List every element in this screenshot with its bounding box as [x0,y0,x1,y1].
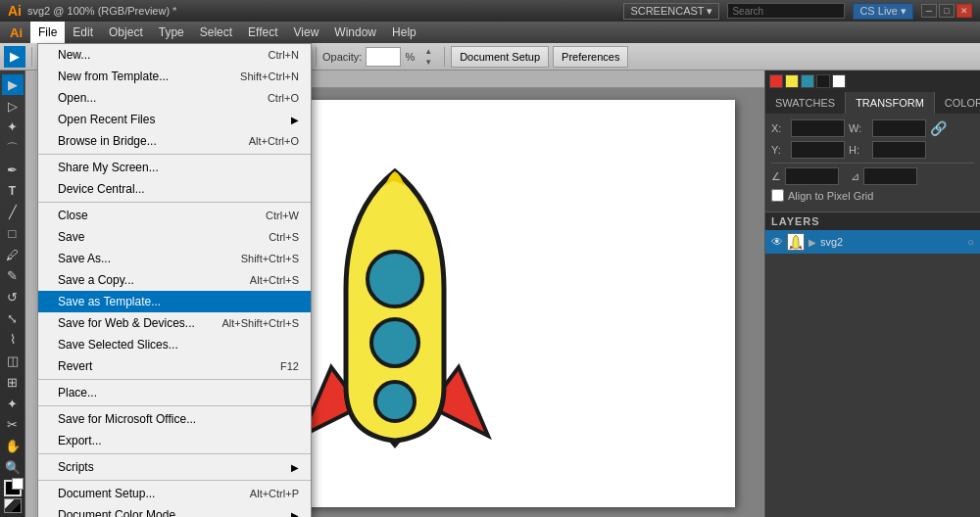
menu-file[interactable]: File [30,22,65,43]
tool-type[interactable]: T [2,181,24,202]
menu-item-save[interactable]: SaveCtrl+S [38,226,311,248]
tool-hand[interactable]: ✋ [2,436,24,456]
opacity-percent: % [405,51,415,63]
menu-select[interactable]: Select [192,22,240,43]
tool-pen[interactable]: ✒ [2,160,24,180]
menu-item-export---[interactable]: Export... [38,430,311,451]
menu-object[interactable]: Object [101,22,151,43]
tool-lasso[interactable]: ⌒ [2,138,24,159]
right-panel: SWATCHES TRANSFORM COLOR X: 0 pt W: 0 pt… [764,70,980,517]
stroke-color[interactable] [4,480,22,496]
menu-edit[interactable]: Edit [65,22,101,43]
angle-icon: ∠ [771,170,781,183]
menu-ai[interactable]: Ai [2,22,30,43]
layer-item[interactable]: 👁 ▶ svg2 ○ [765,230,980,254]
swatch-black[interactable] [816,74,830,88]
menu-item-save-as---[interactable]: Save As...Shift+Ctrl+S [38,248,311,269]
tool-rect[interactable]: □ [2,223,24,244]
menu-separator-17 [38,379,311,380]
tool-line[interactable]: ╱ [2,202,24,222]
chain-icon[interactable]: 🔗 [930,120,947,136]
menu-type[interactable]: Type [151,22,192,43]
menu-item-label: Save for Web & Devices... [58,316,195,330]
layer-expand-icon[interactable]: ▶ [808,237,816,248]
close-button[interactable]: ✕ [956,4,972,18]
menu-item-label: Open Recent Files [58,113,155,126]
h-input[interactable]: 0 pt [872,141,926,159]
minimize-button[interactable]: ─ [921,4,937,18]
tool-scissors[interactable]: ✂ [2,415,24,436]
tool-mesh[interactable]: ⊞ [2,372,24,393]
layer-visibility-icon[interactable]: 👁 [771,235,783,249]
search-input[interactable] [727,3,845,19]
tool-rotate[interactable]: ↺ [2,287,24,307]
maximize-button[interactable]: □ [939,4,955,18]
toolbox: ▶ ▷ ✦ ⌒ ✒ T ╱ □ 🖊 ✎ ↺ ⤡ ⌇ ◫ ⊞ ✦ ✂ ✋ 🔍 [0,70,25,517]
document-setup-button[interactable]: Document Setup [451,46,549,68]
menu-item-new---[interactable]: New...Ctrl+N [38,44,311,66]
menu-shortcut: Ctrl+N [269,49,299,61]
x-input[interactable]: 0 pt [791,119,845,137]
tool-zoom[interactable]: 🔍 [2,457,24,478]
w-input[interactable]: 0 pt [872,119,926,137]
menu-item-open---[interactable]: Open...Ctrl+O [38,87,311,109]
menu-item-close[interactable]: CloseCtrl+W [38,205,311,226]
menu-item-label: New... [58,48,90,62]
menu-help[interactable]: Help [384,22,424,43]
menu-item-device-central---[interactable]: Device Central... [38,178,311,200]
menu-item-save-selected-slices---[interactable]: Save Selected Slices... [38,334,311,355]
tool-direct-selection[interactable]: ▷ [2,96,24,117]
tool-eyedropper[interactable]: ✦ [2,394,24,414]
angle-input[interactable]: 99° [785,167,839,185]
tab-color[interactable]: COLOR [935,92,980,114]
tab-swatches[interactable]: SWATCHES [765,92,846,114]
menu-separator-22 [38,453,311,454]
align-checkbox-input[interactable] [771,189,784,202]
swatch-white[interactable] [832,74,846,88]
preferences-button[interactable]: Preferences [553,46,628,68]
menu-item-browse-in-bridge---[interactable]: Browse in Bridge...Alt+Ctrl+O [38,130,311,152]
layer-options-icon[interactable]: ○ [967,236,974,248]
default-colors[interactable] [4,498,22,513]
tool-pencil[interactable]: ✎ [2,265,24,286]
menu-item-save-a-copy---[interactable]: Save a Copy...Alt+Ctrl+S [38,269,311,291]
swatch-red[interactable] [769,74,783,88]
shear-input[interactable]: 99° [863,167,917,185]
y-input[interactable]: 0 pt [791,141,845,159]
tool-brush[interactable]: 🖊 [2,245,24,265]
cslive-button[interactable]: CS Live ▾ [853,3,913,20]
menu-item-label: Close [58,209,88,222]
menu-window[interactable]: Window [326,22,384,43]
screencast-button[interactable]: SCREENCAST ▾ [623,3,719,20]
tool-warp[interactable]: ⌇ [2,330,24,351]
opacity-input[interactable]: 100 [366,47,401,67]
menu-shortcut: Alt+Shift+Ctrl+S [221,317,299,329]
shear-icon: ⊿ [851,170,859,183]
swatch-blue[interactable] [801,74,814,88]
submenu-arrow-icon: ▶ [291,462,299,473]
menu-item-save-for-web---devices---[interactable]: Save for Web & Devices...Alt+Shift+Ctrl+… [38,312,311,334]
menu-item-save-as-template---[interactable]: Save as Template... [38,291,311,312]
menu-item-document-color-mode[interactable]: Document Color Mode▶ [38,504,311,517]
menu-item-share-my-screen---[interactable]: Share My Screen... [38,157,311,178]
menu-item-new-from-template---[interactable]: New from Template...Shift+Ctrl+N [38,66,311,87]
align-pixel-grid: Align to Pixel Grid [771,189,974,202]
tool-gradient[interactable]: ◫ [2,351,24,371]
menu-item-document-setup---[interactable]: Document Setup...Alt+Ctrl+P [38,483,311,504]
menu-view[interactable]: View [286,22,327,43]
tool-selection[interactable]: ▶ [2,74,24,95]
menu-shortcut: F12 [280,360,299,372]
tool-magic-wand[interactable]: ✦ [2,117,24,137]
menu-effect[interactable]: Effect [240,22,285,43]
menu-item-scripts[interactable]: Scripts▶ [38,456,311,478]
tool-scale[interactable]: ⤡ [2,308,24,329]
tab-transform[interactable]: TRANSFORM [846,92,935,114]
swatch-yellow[interactable] [785,74,799,88]
menu-item-revert[interactable]: RevertF12 [38,355,311,377]
menu-item-place---[interactable]: Place... [38,382,311,403]
selection-tool[interactable]: ▶ [4,46,25,68]
menu-item-open-recent-files[interactable]: Open Recent Files▶ [38,109,311,130]
opacity-arrows[interactable]: ▲ ▼ [418,47,438,67]
menu-item-save-for-microsoft-office---[interactable]: Save for Microsoft Office... [38,408,311,430]
menu-item-label: Browse in Bridge... [58,134,157,148]
